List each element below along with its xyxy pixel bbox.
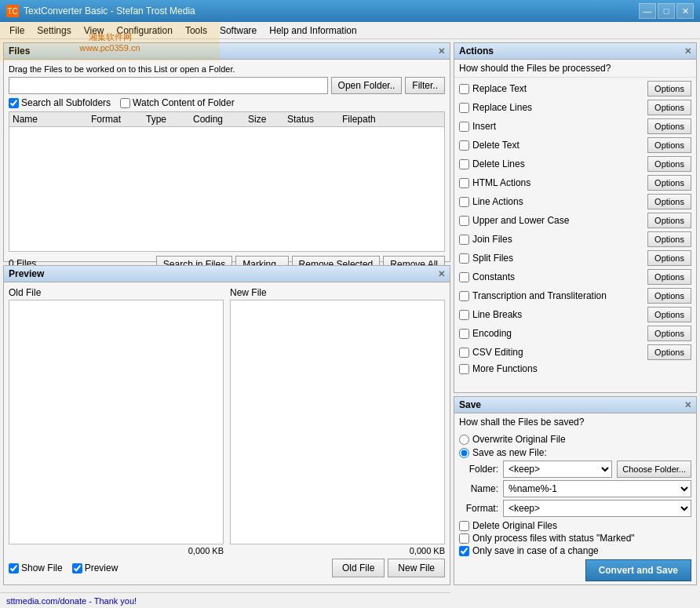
files-panel-close[interactable]: ✕ [438,46,445,56]
action-checkbox-0[interactable] [459,84,469,94]
menu-settings[interactable]: Settings [31,24,77,38]
only-marked-checkbox[interactable] [459,533,469,544]
window-controls: — □ ✕ [639,3,694,19]
options-button-3[interactable]: Options [647,137,691,153]
options-button-9[interactable]: Options [647,250,691,266]
filter-button[interactable]: Filter.. [405,77,445,94]
action-checkbox-9[interactable] [459,253,469,264]
choose-folder-button[interactable]: Choose Folder... [617,461,691,478]
delete-original-label: Delete Original Files [472,520,557,531]
action-label-14: CSV Editing [472,347,523,358]
action-row: Transcription and Transliteration Option… [459,286,691,305]
options-button-4[interactable]: Options [647,156,691,172]
overwrite-label: Overwrite Original File [472,434,566,445]
options-button-8[interactable]: Options [647,231,691,247]
name-select[interactable]: %name%-1 [503,480,691,497]
menu-software[interactable]: Software [213,24,263,38]
title-bar: TC TextConverter Basic - Stefan Trost Me… [0,0,700,22]
action-checkbox-14[interactable] [459,348,469,358]
options-button-12[interactable]: Options [647,307,691,322]
menu-file[interactable]: File [3,24,31,38]
action-checkbox-7[interactable] [459,216,469,226]
preview-panel-close[interactable]: ✕ [438,269,445,279]
overwrite-radio[interactable] [459,435,469,445]
files-panel-title: Files [9,46,30,56]
new-file-button[interactable]: New File [388,559,445,577]
options-button-5[interactable]: Options [647,175,691,191]
menu-tools[interactable]: Tools [179,24,213,38]
action-row-left: Encoding [459,328,512,339]
old-file-textarea[interactable] [9,300,224,544]
options-button-14[interactable]: Options [647,344,691,360]
options-button-0[interactable]: Options [647,81,691,96]
open-folder-button[interactable]: Open Folder.. [331,77,403,94]
watch-content-label[interactable]: Watch Content of Folder [120,97,235,108]
name-label: Name: [459,483,498,494]
preview-check-label[interactable]: Preview [72,562,118,573]
show-file-label[interactable]: Show File [9,562,63,573]
action-checkbox-10[interactable] [459,272,469,282]
search-subfolders-checkbox[interactable] [9,98,19,108]
action-label-7: Upper and Lower Case [472,215,569,226]
options-button-7[interactable]: Options [647,213,691,228]
action-checkbox-13[interactable] [459,329,469,339]
save-as-new-radio[interactable] [459,448,469,458]
options-button-2[interactable]: Options [647,118,691,134]
action-row: Replace Lines Options [459,98,691,117]
save-panel-title: Save [459,399,481,410]
options-button-1[interactable]: Options [647,100,691,115]
folder-select[interactable]: <keep> [503,461,612,478]
action-checkbox-12[interactable] [459,310,469,320]
files-panel-header: Files ✕ [4,43,450,60]
menu-configuration[interactable]: Configuration [111,24,179,38]
action-row: Insert Options [459,117,691,136]
actions-panel-close[interactable]: ✕ [684,46,691,56]
maximize-button[interactable]: □ [658,3,675,19]
action-row-left: Replace Text [459,83,527,94]
action-label-13: Encoding [472,328,512,339]
status-text: sttmedia.com/donate - Thank you! [6,596,137,606]
preview-panel: Preview ✕ Old File 0,000 KB New File 0,0… [3,265,450,585]
options-button-6[interactable]: Options [647,194,691,209]
action-checkbox-8[interactable] [459,235,469,245]
search-subfolders-label[interactable]: Search all Subfolders [9,97,111,108]
menu-help[interactable]: Help and Information [263,24,363,38]
action-row: Join Files Options [459,230,691,249]
new-file-textarea[interactable] [230,300,445,544]
action-checkbox-2[interactable] [459,122,469,132]
action-checkbox-4[interactable] [459,159,469,169]
only-save-change-checkbox[interactable] [459,546,469,556]
close-button[interactable]: ✕ [676,3,694,19]
action-checkbox-3[interactable] [459,140,469,151]
action-row-left: HTML Actions [459,177,530,188]
minimize-button[interactable]: — [639,3,656,19]
actions-list: Replace Text Options Replace Lines Optio… [454,78,696,389]
action-checkbox-15[interactable] [459,364,469,374]
show-file-checkbox[interactable] [9,563,19,573]
options-button-11[interactable]: Options [647,288,691,304]
action-checkbox-1[interactable] [459,103,469,113]
watch-content-checkbox[interactable] [120,98,130,108]
convert-save-button[interactable]: Convert and Save [585,559,691,581]
action-checkbox-6[interactable] [459,197,469,207]
old-file-button[interactable]: Old File [332,559,385,577]
app-icon: TC [6,5,19,17]
preview-buttons: Old File New File [332,559,445,577]
options-button-13[interactable]: Options [647,326,691,341]
delete-original-checkbox[interactable] [459,521,469,531]
menu-view[interactable]: View [78,24,111,38]
actions-question: How should the Files be processed? [454,60,696,78]
action-checkbox-11[interactable] [459,291,469,301]
files-search-input[interactable] [9,77,328,94]
preview-checkbox[interactable] [72,563,82,573]
action-label-12: Line Breaks [472,309,522,320]
action-checkbox-5[interactable] [459,178,469,188]
action-label-6: Line Actions [472,196,523,207]
old-file-label: Old File [9,287,224,298]
format-select[interactable]: <keep> [503,500,691,517]
action-label-9: Split Files [472,253,513,264]
new-file-size: 0,000 KB [230,546,445,555]
save-panel-close[interactable]: ✕ [684,400,691,410]
action-row-left: Line Actions [459,196,523,207]
options-button-10[interactable]: Options [647,269,691,285]
